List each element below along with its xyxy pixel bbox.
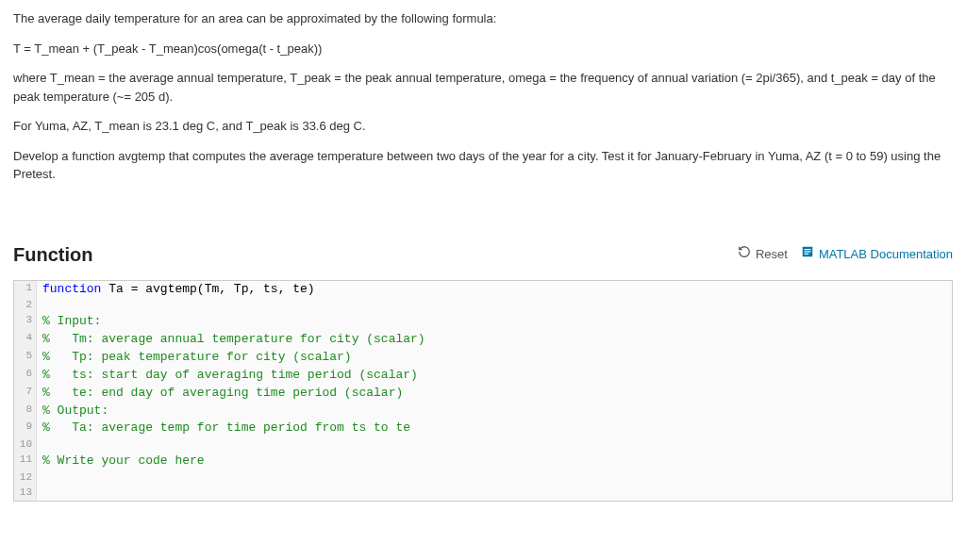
problem-p4: For Yuma, AZ, T_mean is 23.1 deg C, and … xyxy=(13,117,953,136)
section-title: Function xyxy=(13,240,92,269)
code-line-1: 1 function Ta = avgtemp(Tm, Tp, ts, te) xyxy=(14,281,952,299)
code-editor[interactable]: 1 function Ta = avgtemp(Tm, Tp, ts, te) … xyxy=(13,280,953,502)
doc-label: MATLAB Documentation xyxy=(819,245,953,264)
problem-p1: The average daily temperature for an are… xyxy=(13,9,953,28)
matlab-doc-link[interactable]: MATLAB Documentation xyxy=(801,245,953,264)
code-line-12: 12 xyxy=(14,470,952,486)
code-line-10: 10 xyxy=(14,437,952,453)
code-line-2: 2 xyxy=(14,298,952,313)
header-actions: Reset MATLAB Documentation xyxy=(738,245,953,264)
code-line-11: 11 % Write your code here xyxy=(14,453,952,470)
code-line-6: 6 % ts: start day of averaging time peri… xyxy=(14,367,952,385)
code-line-5: 5 % Tp: peak temperature for city (scala… xyxy=(14,349,952,367)
svg-rect-3 xyxy=(804,254,808,255)
reset-button[interactable]: Reset xyxy=(738,245,788,264)
problem-p5: Develop a function avgtemp that computes… xyxy=(13,147,953,184)
problem-statement: The average daily temperature for an are… xyxy=(13,9,953,184)
code-line-13: 13 xyxy=(14,486,952,501)
code-line-4: 4 % Tm: average annual temperature for c… xyxy=(14,331,952,349)
svg-rect-2 xyxy=(804,251,810,252)
reset-icon xyxy=(738,245,751,264)
doc-icon xyxy=(801,245,814,264)
problem-p3: where T_mean = the average annual temper… xyxy=(13,69,953,106)
code-line-3: 3 % Input: xyxy=(14,313,952,331)
function-section-header: Function Reset MATLAB Documentation xyxy=(13,240,953,269)
code-line-7: 7 % te: end day of averaging time period… xyxy=(14,385,952,403)
reset-label: Reset xyxy=(756,245,788,264)
code-line-9: 9 % Ta: average temp for time period fro… xyxy=(14,420,952,437)
problem-p2: T = T_mean + (T_peak - T_mean)cos(omega(… xyxy=(13,40,953,58)
svg-rect-1 xyxy=(804,249,810,250)
code-line-8: 8 % Output: xyxy=(14,403,952,420)
